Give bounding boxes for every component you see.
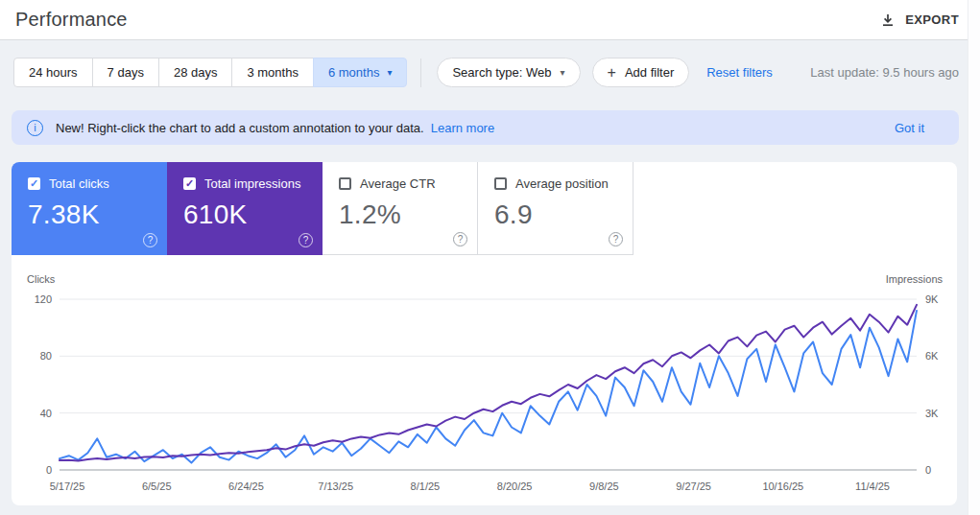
download-icon xyxy=(880,12,896,28)
last-update-text: Last update: 9.5 hours ago xyxy=(810,65,959,80)
svg-text:3K: 3K xyxy=(925,408,939,419)
total-clicks-card[interactable]: Total clicks 7.38K xyxy=(12,162,167,255)
filter-toolbar: 24 hours 7 days 28 days 3 months 6 month… xyxy=(13,58,959,87)
svg-text:Clicks: Clicks xyxy=(27,273,56,285)
toolbar-divider xyxy=(420,59,421,87)
metric-value: 1.2% xyxy=(339,199,477,230)
banner-message: New! Right-click the chart to add a cust… xyxy=(56,121,424,135)
search-type-dropdown[interactable]: Search type: Web xyxy=(437,58,580,87)
range-7-days[interactable]: 7 days xyxy=(92,58,159,87)
svg-text:0: 0 xyxy=(925,464,931,476)
svg-text:6/5/25: 6/5/25 xyxy=(142,480,172,492)
metric-value: 610K xyxy=(183,199,323,230)
svg-text:40: 40 xyxy=(40,408,52,419)
svg-text:9/8/25: 9/8/25 xyxy=(589,480,619,492)
learn-more-link[interactable]: Learn more xyxy=(431,121,494,135)
help-icon[interactable] xyxy=(143,233,157,247)
metric-toggle-row: Average position xyxy=(494,176,633,191)
export-button[interactable]: EXPORT xyxy=(880,12,963,28)
unchecked-checkbox-icon[interactable] xyxy=(339,177,351,190)
plus-icon xyxy=(608,67,616,78)
metric-cards-row: Total clicks 7.38K Total impressions 610… xyxy=(12,162,957,255)
total-impressions-card[interactable]: Total impressions 610K xyxy=(167,162,323,255)
svg-text:6/24/25: 6/24/25 xyxy=(228,480,264,492)
active-range-label: 6 months xyxy=(328,65,379,80)
svg-text:8/20/25: 8/20/25 xyxy=(497,480,533,492)
export-label: EXPORT xyxy=(905,12,959,27)
scrollbar[interactable] xyxy=(968,0,980,515)
metric-toggle-row: Total clicks xyxy=(28,176,167,191)
info-icon xyxy=(27,120,43,136)
metric-toggle-row: Total impressions xyxy=(183,176,323,191)
metric-label: Average CTR xyxy=(360,176,436,191)
metric-label: Total impressions xyxy=(204,176,300,191)
range-24-hours[interactable]: 24 hours xyxy=(13,58,93,87)
svg-text:5/17/25: 5/17/25 xyxy=(50,480,85,492)
average-position-card[interactable]: Average position 6.9 xyxy=(478,162,633,255)
range-6-months[interactable]: 6 months xyxy=(313,58,408,87)
chart-area: 00403K806K1209KClicksImpressions5/17/256… xyxy=(12,255,957,505)
svg-text:80: 80 xyxy=(40,350,52,362)
help-icon[interactable] xyxy=(609,232,623,246)
svg-text:8/1/25: 8/1/25 xyxy=(411,480,441,492)
svg-text:10/16/25: 10/16/25 xyxy=(762,480,803,492)
range-28-days[interactable]: 28 days xyxy=(158,58,233,87)
metric-toggle-row: Average CTR xyxy=(339,176,477,191)
metric-label: Average position xyxy=(515,176,609,191)
performance-chart[interactable]: 00403K806K1209KClicksImpressions5/17/256… xyxy=(12,255,957,505)
add-filter-label: Add filter xyxy=(625,65,674,80)
svg-text:11/4/25: 11/4/25 xyxy=(855,480,890,492)
chevron-down-icon xyxy=(561,68,565,78)
got-it-button[interactable]: Got it xyxy=(895,121,924,135)
svg-text:Impressions: Impressions xyxy=(886,273,944,285)
svg-text:120: 120 xyxy=(35,293,52,305)
help-icon[interactable] xyxy=(299,233,313,247)
svg-text:0: 0 xyxy=(46,464,52,476)
metric-label: Total clicks xyxy=(49,176,109,191)
reset-filters-link[interactable]: Reset filters xyxy=(706,65,773,80)
metric-value: 6.9 xyxy=(494,199,633,230)
metric-value: 7.38K xyxy=(28,199,167,230)
checked-checkbox-icon[interactable] xyxy=(28,177,40,190)
range-3-months[interactable]: 3 months xyxy=(231,58,313,87)
page-title: Performance xyxy=(15,9,128,31)
add-filter-button[interactable]: Add filter xyxy=(592,58,690,87)
checked-checkbox-icon[interactable] xyxy=(183,177,196,190)
svg-text:9/27/25: 9/27/25 xyxy=(676,480,711,492)
date-range-segmented-control: 24 hours 7 days 28 days 3 months 6 month… xyxy=(13,58,407,87)
average-ctr-card[interactable]: Average CTR 1.2% xyxy=(323,162,478,255)
chevron-down-icon xyxy=(387,68,392,78)
performance-panel: Total clicks 7.38K Total impressions 610… xyxy=(12,162,957,505)
annotation-banner: New! Right-click the chart to add a cust… xyxy=(12,110,959,145)
unchecked-checkbox-icon[interactable] xyxy=(494,177,507,190)
svg-text:7/13/25: 7/13/25 xyxy=(318,480,353,492)
help-icon[interactable] xyxy=(453,232,467,246)
app-header: Performance EXPORT xyxy=(0,0,980,40)
svg-text:6K: 6K xyxy=(925,350,939,362)
svg-text:9K: 9K xyxy=(925,293,939,305)
search-type-label: Search type: Web xyxy=(452,65,551,80)
